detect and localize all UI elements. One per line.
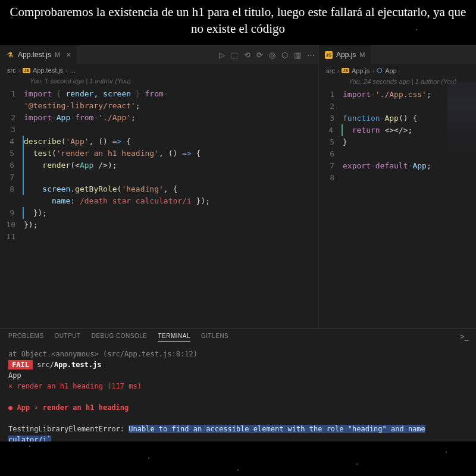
line-number: 1 xyxy=(0,88,24,100)
line-number: 4 xyxy=(0,136,24,148)
tab-output[interactable]: OUTPUT xyxy=(55,333,81,342)
editor-pane-right: JS App.js M src › JS App.js › ⬡ App You,… xyxy=(319,45,476,328)
line-number: 7 xyxy=(0,171,24,183)
breadcrumb-seg[interactable]: App.js xyxy=(352,67,370,74)
refresh-icon[interactable]: ⟳ xyxy=(256,51,263,60)
line-number: 5 xyxy=(0,148,24,159)
line-number: 3 xyxy=(0,124,24,136)
tab-bar-right: JS App.js M xyxy=(319,45,476,64)
sync-icon[interactable]: ⟲ xyxy=(244,51,250,60)
line-number: 2 xyxy=(319,101,343,112)
breadcrumb-seg[interactable]: src xyxy=(7,67,16,74)
breadcrumb-right[interactable]: src › JS App.js › ⬡ App xyxy=(319,64,476,77)
tab-app-test[interactable]: ⚗ App.test.js M × xyxy=(0,45,77,64)
js-file-icon: JS xyxy=(23,68,30,73)
tab-bar-left: ⚗ App.test.js M × ▷ ⬚ ⟲ ⟳ ◎ ⬡ ▥ ⋯ xyxy=(0,45,318,64)
close-icon[interactable]: × xyxy=(66,50,71,60)
breadcrumb-seg[interactable]: App xyxy=(385,67,397,74)
line-number: 8 xyxy=(0,183,24,195)
tab-gitlens[interactable]: GITLENS xyxy=(201,333,228,342)
test-flask-icon: ⚗ xyxy=(6,51,14,59)
slide-title: Comprobaremos la existencia de un h1 par… xyxy=(0,4,476,37)
tab-modified-indicator: M xyxy=(55,51,60,58)
terminal-output[interactable]: at Object.<anonymous> (src/App.test.js:8… xyxy=(0,345,476,441)
tab-problems[interactable]: PROBLEMS xyxy=(8,333,44,342)
line-number: 6 xyxy=(0,159,24,171)
tab-label: App.js xyxy=(336,51,356,59)
code-editor-left[interactable]: 1import { render, screen } from· '@testi… xyxy=(0,87,318,328)
split-icon[interactable]: ▥ xyxy=(294,51,301,60)
breadcrumb-left[interactable]: src › JS App.test.js › ... xyxy=(0,64,318,76)
run-icon[interactable]: ▷ xyxy=(219,51,225,60)
js-file-icon: JS xyxy=(325,51,333,59)
breadcrumb-seg[interactable]: ... xyxy=(70,67,76,74)
tab-app-js[interactable]: JS App.js M xyxy=(319,45,372,64)
chevron-right-icon: › xyxy=(337,67,340,74)
breadcrumb-seg[interactable]: src xyxy=(326,67,335,74)
line-number: 9 xyxy=(0,207,24,219)
tab-debug-console[interactable]: DEBUG CONSOLE xyxy=(92,333,148,342)
code-editor-right[interactable]: 1import·'./App.css'; 2 3function·App() {… xyxy=(319,87,476,328)
line-number: 2 xyxy=(0,112,24,124)
tab-label: App.test.js xyxy=(18,51,51,59)
tab-modified-indicator: M xyxy=(359,51,365,58)
editor-toolbar: ▷ ⬚ ⟲ ⟳ ◎ ⬡ ▥ ⋯ xyxy=(219,51,315,60)
hex-icon[interactable]: ⬡ xyxy=(281,51,288,60)
editor-pane-left: ⚗ App.test.js M × ▷ ⬚ ⟲ ⟳ ◎ ⬡ ▥ ⋯ src xyxy=(0,45,319,328)
line-number: 10 xyxy=(0,219,24,231)
stop-icon[interactable]: ⬚ xyxy=(231,51,238,60)
panel-tabs: PROBLEMS OUTPUT DEBUG CONSOLE TERMINAL G… xyxy=(0,329,476,345)
breadcrumb-seg[interactable]: App.test.js xyxy=(33,67,63,74)
line-number: 7 xyxy=(319,160,343,172)
chevron-right-icon: › xyxy=(65,67,68,74)
terminal-new-icon[interactable]: >_ xyxy=(460,333,469,341)
bottom-panel: PROBLEMS OUTPUT DEBUG CONSOLE TERMINAL G… xyxy=(0,328,476,441)
tab-terminal[interactable]: TERMINAL xyxy=(158,333,190,342)
gitlens-annotation: You, 1 second ago | 1 author (You) xyxy=(0,76,318,87)
ide-window: ⚗ App.test.js M × ▷ ⬚ ⟲ ⟳ ◎ ⬡ ▥ ⋯ src xyxy=(0,45,476,441)
more-icon[interactable]: ⋯ xyxy=(307,51,315,60)
line-number: 3 xyxy=(319,112,343,124)
chevron-right-icon: › xyxy=(372,67,374,74)
function-icon: ⬡ xyxy=(377,67,383,74)
line-number: 8 xyxy=(319,172,343,184)
line-number: 6 xyxy=(319,148,343,160)
line-number: 1 xyxy=(319,89,343,101)
chevron-right-icon: › xyxy=(18,67,21,74)
line-number: 5 xyxy=(319,136,343,148)
js-file-icon: JS xyxy=(342,68,349,73)
line-number: 4 xyxy=(319,124,343,136)
line-number: 11 xyxy=(0,231,24,243)
fail-badge: FAIL xyxy=(8,360,33,369)
target-icon[interactable]: ◎ xyxy=(269,51,275,60)
